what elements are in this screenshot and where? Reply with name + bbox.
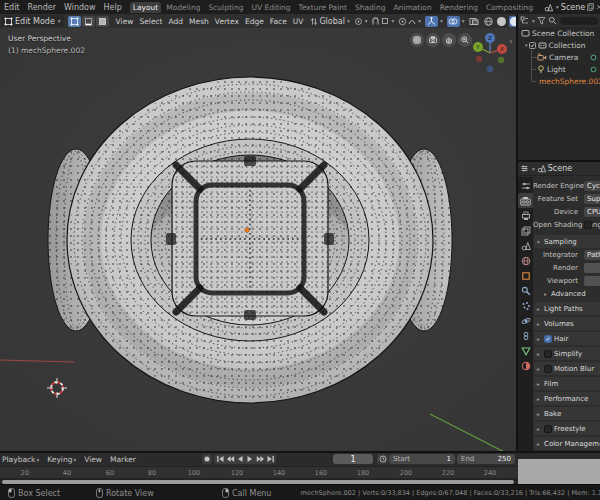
tab-sculpting[interactable]: Sculpting bbox=[205, 2, 246, 13]
tab-view-layer[interactable] bbox=[518, 223, 533, 238]
render-visibility-icon[interactable] bbox=[590, 66, 597, 73]
solid-shading-button[interactable] bbox=[496, 16, 508, 27]
new-scene-icon[interactable] bbox=[587, 3, 594, 11]
delete-scene-icon[interactable] bbox=[596, 4, 600, 10]
face-select-button[interactable] bbox=[96, 16, 109, 27]
edge-select-button[interactable] bbox=[82, 16, 95, 27]
outliner-row-mechsphere[interactable]: mechSphere.002 bbox=[518, 75, 600, 87]
region-collapse-icon[interactable]: ‹ bbox=[509, 36, 513, 46]
menu-mesh[interactable]: Mesh bbox=[186, 17, 212, 26]
next-keyframe-button[interactable] bbox=[255, 454, 265, 464]
tab-render[interactable] bbox=[518, 193, 533, 208]
osl-checkbox[interactable] bbox=[584, 221, 592, 229]
tab-tool[interactable] bbox=[518, 178, 533, 193]
section-motion-blur[interactable]: ▸ Motion Blur bbox=[534, 362, 600, 375]
vertex-select-button[interactable] bbox=[68, 16, 81, 27]
menu-face[interactable]: Face bbox=[267, 17, 290, 26]
search-icon[interactable] bbox=[548, 16, 557, 25]
tab-material[interactable] bbox=[518, 358, 533, 373]
tab-texture-paint[interactable]: Texture Paint bbox=[296, 2, 350, 13]
menu-view[interactable]: View bbox=[113, 17, 137, 26]
section-color-management[interactable]: ▸ Color Management bbox=[534, 437, 600, 450]
play-reverse-button[interactable] bbox=[235, 454, 245, 464]
camera-view-button[interactable] bbox=[426, 33, 440, 47]
tab-object-data[interactable] bbox=[518, 343, 533, 358]
section-volumes[interactable]: ▸ Volumes bbox=[534, 317, 600, 330]
outliner-row-light[interactable]: Light bbox=[518, 63, 600, 75]
display-mode-icon[interactable] bbox=[520, 16, 529, 25]
menu-marker[interactable]: Marker bbox=[106, 455, 140, 464]
gizmo-toggle[interactable]: ▾ bbox=[425, 16, 443, 27]
section-bake[interactable]: ▸ Bake bbox=[534, 407, 600, 420]
tab-animation[interactable]: Animation bbox=[390, 2, 434, 13]
device-dropdown[interactable]: CPU bbox=[584, 207, 600, 217]
menu-view[interactable]: View bbox=[80, 455, 106, 464]
tab-compositing[interactable]: Compositing bbox=[483, 2, 536, 13]
orientation-dropdown[interactable]: Global ▾ bbox=[310, 17, 349, 26]
section-hair[interactable]: ▸ ✓ Hair bbox=[534, 332, 600, 345]
tab-scene[interactable] bbox=[518, 238, 533, 253]
menu-keying[interactable]: Keying▾ bbox=[43, 455, 80, 464]
frame-end-field[interactable]: End 250 bbox=[457, 454, 515, 464]
current-frame-field[interactable]: 1 bbox=[333, 454, 373, 464]
jump-to-start-button[interactable] bbox=[215, 454, 225, 464]
tab-layout[interactable]: Layout bbox=[130, 2, 162, 13]
overlays-toggle[interactable]: ▾ bbox=[447, 16, 465, 27]
tab-shading[interactable]: Shading bbox=[352, 2, 388, 13]
zoom-view-button[interactable] bbox=[458, 33, 472, 47]
outliner-row-scene-collection[interactable]: Scene Collection bbox=[518, 27, 600, 39]
menu-edit[interactable]: Edit bbox=[0, 3, 24, 12]
outliner-row-camera[interactable]: Camera bbox=[518, 51, 600, 63]
tab-object[interactable] bbox=[518, 268, 533, 283]
grid-view-button[interactable] bbox=[410, 33, 424, 47]
previous-keyframe-button[interactable] bbox=[225, 454, 235, 464]
tab-particles[interactable] bbox=[518, 298, 533, 313]
freestyle-checkbox[interactable] bbox=[544, 425, 552, 433]
tab-modeling[interactable]: Modeling bbox=[163, 2, 203, 13]
record-button[interactable] bbox=[202, 454, 212, 464]
timeline-ruler[interactable]: 20 40 60 80 100 120 140 160 180 200 220 … bbox=[0, 466, 600, 478]
scene-selector[interactable]: ▾ Scene bbox=[544, 3, 600, 12]
section-light-paths[interactable]: ▸ Light Paths bbox=[534, 302, 600, 315]
render-engine-dropdown[interactable]: Cycles bbox=[584, 181, 600, 191]
viewport-samples-field[interactable] bbox=[584, 276, 600, 286]
tab-modifiers[interactable] bbox=[518, 283, 533, 298]
simplify-checkbox[interactable] bbox=[544, 350, 552, 358]
pan-view-button[interactable] bbox=[442, 33, 456, 47]
tab-rendering[interactable]: Rendering bbox=[437, 2, 481, 13]
pivot-point-dropdown[interactable]: ▾ bbox=[354, 17, 368, 26]
expand-icon[interactable]: ▾ bbox=[525, 42, 528, 48]
integrator-dropdown[interactable]: Path Tracing bbox=[584, 250, 600, 260]
use-preview-range-button[interactable] bbox=[377, 454, 388, 464]
feature-set-dropdown[interactable]: Supported bbox=[584, 194, 600, 204]
menu-uv[interactable]: UV bbox=[290, 17, 307, 26]
menu-add[interactable]: Add bbox=[166, 17, 187, 26]
menu-playback[interactable]: Playback▾ bbox=[0, 455, 43, 464]
properties-editor-icon[interactable] bbox=[520, 164, 529, 173]
outliner-row-collection[interactable]: ▾ Collection bbox=[518, 39, 600, 51]
menu-edge[interactable]: Edge bbox=[242, 17, 267, 26]
motion-blur-checkbox[interactable] bbox=[544, 365, 552, 373]
snap-toggle[interactable]: ▾ bbox=[371, 17, 394, 26]
menu-help[interactable]: Help bbox=[100, 3, 126, 12]
section-film[interactable]: ▸ Film bbox=[534, 377, 600, 390]
menu-window[interactable]: Window bbox=[60, 3, 100, 12]
tab-output[interactable] bbox=[518, 208, 533, 223]
play-button[interactable] bbox=[245, 454, 255, 464]
section-freestyle[interactable]: ▸ Freestyle bbox=[534, 422, 600, 435]
tab-constraints[interactable] bbox=[518, 328, 533, 343]
collection-checkbox[interactable] bbox=[529, 42, 536, 49]
viewport-canvas[interactable]: Z Y X ‹ User Perspective (1) mechSphere.… bbox=[0, 28, 516, 451]
proportional-edit-toggle[interactable]: ▾ bbox=[398, 17, 421, 26]
frame-start-field[interactable]: Start 1 bbox=[389, 454, 455, 464]
menu-vertex[interactable]: Vertex bbox=[212, 17, 242, 26]
menu-select[interactable]: Select bbox=[136, 17, 165, 26]
filter-icon[interactable] bbox=[537, 16, 546, 25]
section-advanced[interactable]: ▸ Advanced bbox=[534, 287, 600, 300]
tab-physics[interactable] bbox=[518, 313, 533, 328]
mode-dropdown[interactable]: Edit Mode ▾ bbox=[1, 15, 64, 27]
hair-checkbox[interactable]: ✓ bbox=[544, 335, 552, 343]
tab-uv-editing[interactable]: UV Editing bbox=[248, 2, 293, 13]
wireframe-shading-button[interactable] bbox=[483, 16, 495, 27]
jump-to-end-button[interactable] bbox=[265, 454, 275, 464]
